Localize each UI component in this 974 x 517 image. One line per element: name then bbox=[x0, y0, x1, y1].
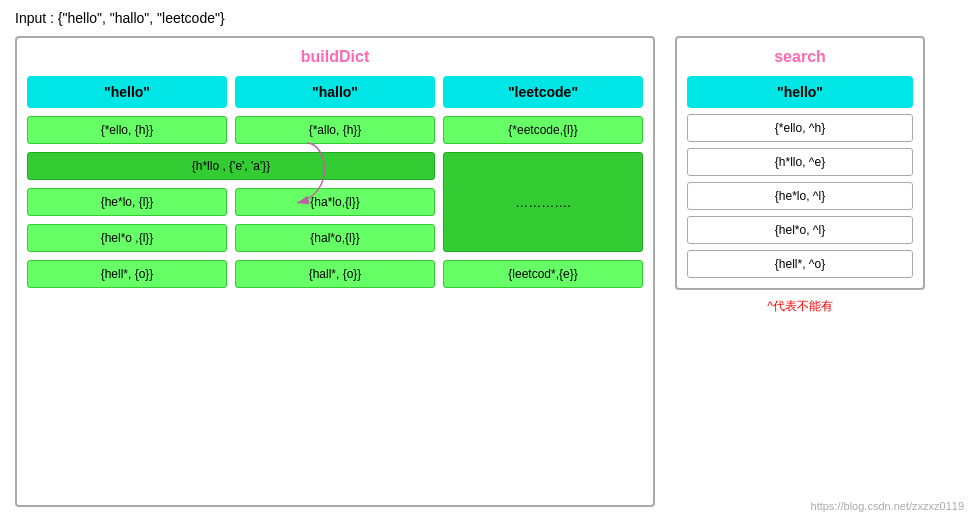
row6-c2: {hall*, {o}} bbox=[235, 260, 435, 288]
build-dict-panel: buildDict "hello" "hallo" "leetcode" {*e… bbox=[15, 36, 655, 507]
search-item-5: {hell*, ^o} bbox=[687, 250, 913, 278]
search-item-4: {hel*o, ^l} bbox=[687, 216, 913, 244]
input-line: Input : {"hello", "hallo", "leetcode"} bbox=[15, 10, 959, 26]
row2-c1: {*ello, {h}} bbox=[27, 116, 227, 144]
search-column: search "hello" {*ello, ^h} {h*llo, ^e} {… bbox=[675, 36, 925, 507]
main-area: buildDict "hello" "hallo" "leetcode" {*e… bbox=[15, 36, 959, 507]
big-green-dots: …………. bbox=[443, 152, 643, 252]
row3-c12: {h*llo , {'e', 'a'}} bbox=[27, 152, 435, 180]
footnote: ^代表不能有 bbox=[675, 298, 925, 315]
hello-header: "hello" bbox=[27, 76, 227, 108]
row4-c2: {ha*lo,{l}} bbox=[235, 188, 435, 216]
row6-c3: {leetcod*,{e}} bbox=[443, 260, 643, 288]
search-panel: search "hello" {*ello, ^h} {h*llo, ^e} {… bbox=[675, 36, 925, 290]
hallo-header: "hallo" bbox=[235, 76, 435, 108]
search-item-0: "hello" bbox=[687, 76, 913, 108]
search-item-1: {*ello, ^h} bbox=[687, 114, 913, 142]
row4-c1: {he*lo, {l}} bbox=[27, 188, 227, 216]
search-item-3: {he*lo, ^l} bbox=[687, 182, 913, 210]
row2-c3: {*eetcode,{l}} bbox=[443, 116, 643, 144]
leetcode-header: "leetcode" bbox=[443, 76, 643, 108]
watermark: https://blog.csdn.net/zxzxz0119 bbox=[811, 500, 964, 512]
search-items: "hello" {*ello, ^h} {h*llo, ^e} {he*lo, … bbox=[687, 76, 913, 278]
bd-grid: "hello" "hallo" "leetcode" {*ello, {h}} … bbox=[27, 76, 643, 288]
row5-c2: {hal*o,{l}} bbox=[235, 224, 435, 252]
search-title: search bbox=[687, 48, 913, 66]
build-dict-title: buildDict bbox=[27, 48, 643, 66]
search-item-2: {h*llo, ^e} bbox=[687, 148, 913, 176]
row2-c2: {*allo, {h}} bbox=[235, 116, 435, 144]
row5-c1: {hel*o ,{l}} bbox=[27, 224, 227, 252]
row6-c1: {hell*, {o}} bbox=[27, 260, 227, 288]
